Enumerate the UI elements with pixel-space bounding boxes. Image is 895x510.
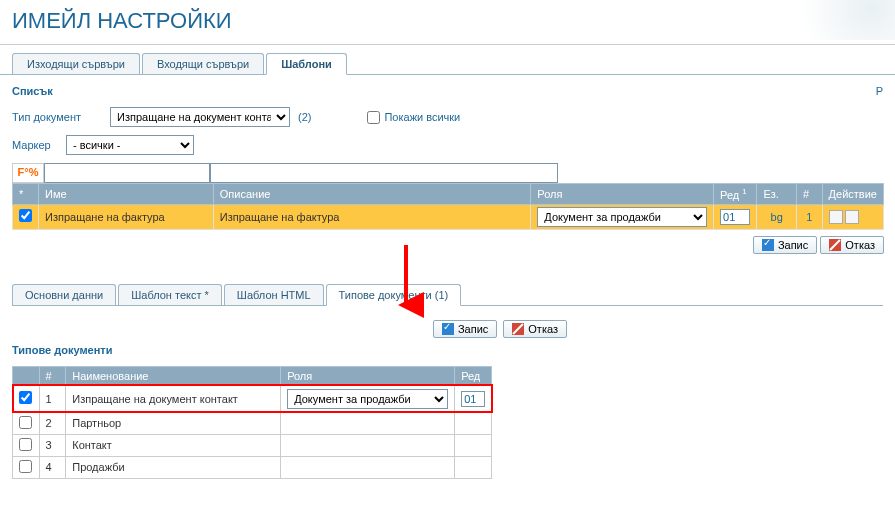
sub-title: Типове документи <box>12 344 883 356</box>
search-name-input[interactable] <box>44 163 210 183</box>
check-icon <box>442 323 454 335</box>
grid-h-name[interactable]: Име <box>39 184 214 205</box>
doctypes-grid: # Наименование Роля Ред 1 Изпращане на д… <box>12 366 492 479</box>
grid-h-star: * <box>13 184 39 205</box>
search-desc-input[interactable] <box>210 163 558 183</box>
search-prefix: F°% <box>12 163 44 183</box>
cancel-button[interactable]: Отказ <box>820 236 884 254</box>
doc-type-label: Тип документ <box>12 111 102 123</box>
delete-icon[interactable] <box>845 210 859 224</box>
tab-outgoing[interactable]: Изходящи сървъри <box>12 53 140 74</box>
sg-row-num: 3 <box>39 434 66 456</box>
sg-row-num: 1 <box>39 385 66 412</box>
check-icon <box>762 239 774 251</box>
row-num[interactable]: 1 <box>806 211 812 223</box>
cancel-icon <box>829 239 841 251</box>
row-name: Изпращане на фактура <box>39 204 214 229</box>
page-title: ИМЕЙЛ НАСТРОЙКИ <box>0 0 895 45</box>
doc-type-select[interactable]: Изпращане на документ конта <box>110 107 290 127</box>
grid-h-num[interactable]: # <box>796 184 822 205</box>
sub-save-button[interactable]: Запис <box>433 320 497 338</box>
sg-row[interactable]: 3 Контакт <box>13 434 492 456</box>
sg-row-checkbox[interactable] <box>19 416 32 429</box>
sg-row-checkbox[interactable] <box>19 391 32 404</box>
sg-row-name: Изпращане на документ контакт <box>66 385 281 412</box>
sg-h-num[interactable]: # <box>39 366 66 385</box>
subtab-basic[interactable]: Основни данни <box>12 284 116 305</box>
subtab-doctypes[interactable]: Типове документи (1) <box>326 284 462 306</box>
show-all-checkbox[interactable] <box>367 111 380 124</box>
sg-row-checkbox[interactable] <box>19 438 32 451</box>
tab-incoming[interactable]: Входящи сървъри <box>142 53 264 74</box>
sg-row-num: 4 <box>39 456 66 478</box>
grid-row[interactable]: Изпращане на фактура Изпращане на фактур… <box>13 204 884 229</box>
sg-row-name: Контакт <box>66 434 281 456</box>
marker-select[interactable]: - всички - <box>66 135 194 155</box>
sub-cancel-button[interactable]: Отказ <box>503 320 567 338</box>
sg-row-name: Партньор <box>66 412 281 434</box>
edit-icon[interactable] <box>829 210 843 224</box>
grid-h-lang[interactable]: Ез. <box>757 184 796 205</box>
sg-row-ord-input[interactable] <box>461 391 485 407</box>
sg-row[interactable]: 2 Партньор <box>13 412 492 434</box>
show-all-label: Покажи всички <box>384 111 460 123</box>
subtab-html[interactable]: Шаблон HTML <box>224 284 324 305</box>
templates-grid: * Име Описание Роля Ред 1 Ез. # Действие… <box>12 183 884 230</box>
sg-h-chk <box>13 366 40 385</box>
sg-h-name[interactable]: Наименование <box>66 366 281 385</box>
sub-tabs: Основни данни Шаблон текст * Шаблон HTML… <box>12 276 883 306</box>
row-ord-input[interactable] <box>720 209 750 225</box>
row-lang[interactable]: bg <box>771 211 783 223</box>
sg-row-checkbox[interactable] <box>19 460 32 473</box>
sg-h-ord[interactable]: Ред <box>455 366 492 385</box>
grid-h-desc[interactable]: Описание <box>213 184 531 205</box>
subtab-text[interactable]: Шаблон текст * <box>118 284 222 305</box>
main-tabs: Изходящи сървъри Входящи сървъри Шаблони <box>0 45 895 75</box>
grid-h-ord[interactable]: Ред 1 <box>714 184 757 205</box>
list-title: Списък <box>12 85 883 97</box>
sg-row-num: 2 <box>39 412 66 434</box>
save-button[interactable]: Запис <box>753 236 817 254</box>
row-desc: Изпращане на фактура <box>213 204 531 229</box>
grid-h-act: Действие <box>822 184 883 205</box>
cancel-icon <box>512 323 524 335</box>
sg-row-role-select[interactable]: Документ за продажби <box>287 389 448 409</box>
sg-row-name: Продажби <box>66 456 281 478</box>
sg-h-role[interactable]: Роля <box>281 366 455 385</box>
marker-label: Маркер <box>12 139 58 151</box>
grid-h-role[interactable]: Роля <box>531 184 714 205</box>
row-checkbox[interactable] <box>19 209 32 222</box>
doc-type-count[interactable]: (2) <box>298 111 311 123</box>
top-right-link[interactable]: Р <box>876 85 883 97</box>
sg-row[interactable]: 1 Изпращане на документ контакт Документ… <box>13 385 492 412</box>
sg-row[interactable]: 4 Продажби <box>13 456 492 478</box>
row-role-select[interactable]: Документ за продажби <box>537 207 707 227</box>
tab-templates[interactable]: Шаблони <box>266 53 347 75</box>
